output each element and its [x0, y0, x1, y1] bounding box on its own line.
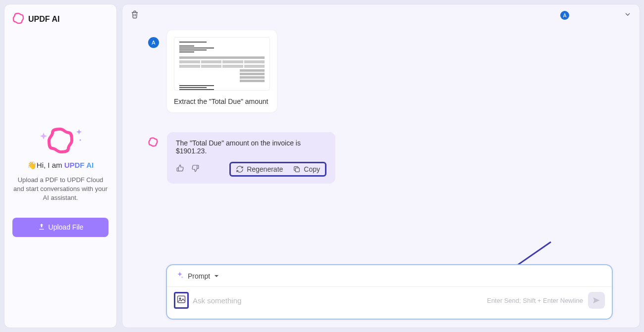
user-message-row: A: [148, 30, 610, 112]
svg-point-0: [80, 140, 81, 141]
prompt-header[interactable]: Prompt: [167, 265, 612, 287]
copy-button[interactable]: Copy: [293, 165, 320, 173]
thumbs-up-icon[interactable]: [176, 164, 185, 175]
greeting-brand: UPDF AI: [64, 161, 94, 169]
ai-avatar-icon: [148, 137, 159, 148]
prompt-label: Prompt: [188, 272, 210, 280]
sparkle-icon: [176, 271, 184, 281]
svg-rect-3: [178, 296, 185, 302]
regenerate-label: Regenerate: [247, 165, 283, 173]
user-avatar-top[interactable]: A: [560, 11, 569, 20]
user-message-card: Extract the "Total Due" amount: [167, 30, 277, 112]
upload-file-button[interactable]: Upload File: [12, 218, 108, 237]
sidebar: UPDF AI 👋Hi, I am UPDF AI Upload a PDF t…: [4, 4, 117, 328]
regenerate-button[interactable]: Regenerate: [236, 165, 283, 173]
ai-response-bubble: The "Total Due" amount on the invoice is…: [167, 132, 335, 184]
topbar: A: [122, 4, 640, 26]
ai-response-text: The "Total Due" amount on the invoice is…: [176, 139, 326, 155]
caret-down-icon: [214, 272, 219, 280]
image-icon[interactable]: [176, 294, 186, 306]
attachment-thumbnail[interactable]: [174, 37, 270, 91]
user-avatar-letter: A: [152, 40, 155, 46]
send-button[interactable]: [588, 292, 605, 309]
welcome-description: Upload a PDF to UPDF Cloud and start con…: [12, 176, 108, 203]
welcome-graphic: [12, 125, 108, 155]
sidebar-header: UPDF AI: [12, 12, 108, 26]
brand-logo-icon: [12, 12, 24, 26]
avatar-letter: A: [563, 13, 567, 18]
input-hint: Enter Send; Shift + Enter Newline: [487, 297, 583, 304]
user-avatar: A: [148, 37, 159, 48]
brand-title: UPDF AI: [28, 15, 59, 24]
upload-button-label: Upload File: [49, 223, 84, 231]
main-panel: A A: [122, 4, 640, 328]
copy-label: Copy: [304, 165, 320, 173]
ai-action-highlight-box: Regenerate Copy: [229, 162, 326, 177]
svg-point-4: [179, 298, 181, 299]
thumbs-down-icon[interactable]: [191, 164, 200, 175]
svg-rect-1: [296, 168, 300, 172]
user-message-text: Extract the "Total Due" amount: [174, 97, 270, 105]
ai-message-row: The "Total Due" amount on the invoice is…: [148, 132, 610, 184]
chevron-down-icon[interactable]: [624, 10, 632, 20]
upload-icon: [38, 223, 46, 232]
prompt-box: Prompt Enter Send; Shift + Enter Newline: [166, 264, 613, 320]
greeting-text: 👋Hi, I am UPDF AI: [12, 161, 108, 170]
greeting-prefix: 👋Hi, I am: [27, 161, 64, 169]
prompt-input[interactable]: [193, 296, 487, 305]
trash-icon[interactable]: [130, 10, 139, 21]
attach-image-highlight: [174, 292, 189, 309]
